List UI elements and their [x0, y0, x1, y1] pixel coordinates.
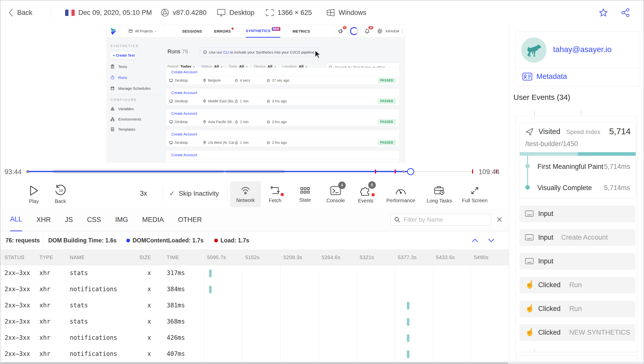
filter-input[interactable]: [390, 214, 491, 225]
tab-errors[interactable]: ERRORS: [214, 25, 234, 37]
timeline-connector: [534, 111, 535, 116]
tab-js[interactable]: JS: [65, 208, 73, 231]
table-row[interactable]: 2xx–3xxxhrstatsx381ms: [1, 298, 509, 314]
tab-other[interactable]: OTHER: [178, 208, 202, 231]
run-title-link[interactable]: Create Account: [171, 90, 197, 95]
panel-button-events[interactable]: 6 Events: [351, 182, 381, 207]
more-menu[interactable]: ⋮: [399, 25, 405, 37]
event-card-input[interactable]: Input: [519, 206, 635, 222]
visited-event-card[interactable]: Visited Speed Index 5,714 /test-builder/…: [519, 123, 636, 198]
table-row[interactable]: 2xx–3xxxhrnotificationsx407ms: [1, 346, 509, 362]
run-row[interactable]: Create Account Desktop Middle East (Ba..…: [166, 88, 399, 105]
tab-img[interactable]: IMG: [115, 208, 128, 231]
device-info: Desktop: [217, 1, 254, 25]
sidebar-item-environments[interactable]: Environments: [110, 117, 141, 121]
status-badge: PASSED: [378, 119, 396, 125]
skip-inactivity-toggle[interactable]: ✓ Skip Inactivity: [169, 190, 219, 197]
sitemap-icon: [110, 117, 115, 121]
user-menu[interactable]: KRAIEM: [386, 25, 399, 37]
tmark: [375, 169, 376, 174]
metadata-button[interactable]: Metadata: [522, 72, 567, 81]
event-card-clicked[interactable]: ☝ Clicked Run: [519, 277, 635, 293]
time-tick: 5433.6s: [436, 255, 455, 260]
panel-button-long-tasks[interactable]: Long Tasks: [424, 182, 455, 207]
col-type: TYPE: [39, 255, 53, 260]
share-button[interactable]: [621, 1, 630, 25]
run-row[interactable]: Create Account Desktop Asia Pacific (M..…: [166, 109, 399, 126]
run-title-link[interactable]: Create Account: [171, 70, 197, 74]
rewind-10-icon: 10: [54, 185, 66, 196]
panel-button-performance[interactable]: Performance: [386, 182, 416, 207]
tab-metrics[interactable]: METRICS: [292, 25, 310, 37]
event-card-input[interactable]: Input: [519, 253, 635, 270]
event-card-clicked[interactable]: ☝ Clicked NEW SYNTHETICS: [519, 324, 635, 341]
create-test-button[interactable]: + Create Test: [110, 52, 137, 59]
panel-button-network[interactable]: Network: [230, 182, 261, 207]
table-row[interactable]: 2xx–3xxxhrnotificationsx426ms: [1, 330, 509, 346]
jump-up-button[interactable]: [471, 237, 479, 244]
sidebar-item-templates[interactable]: Templates: [110, 127, 135, 131]
os-label: Windows: [339, 9, 366, 17]
table-row[interactable]: 2xx–3xxxhrnotificationsx384ms: [1, 281, 509, 298]
cli-banner: Use our CLI to include your Synthetics i…: [200, 47, 319, 57]
timeline-handle[interactable]: [407, 168, 414, 175]
network-stats-row: 76: requests DOM Building Time: 1.6s DOM…: [1, 231, 509, 250]
panel-button-fetch[interactable]: Fetch: [260, 182, 290, 207]
sidebar-item-runs[interactable]: Runs: [110, 75, 127, 80]
user-email-link[interactable]: tahay@asayer.io: [553, 45, 611, 54]
sidebar-item-variables[interactable]: Variables: [110, 107, 134, 111]
event-card-clicked[interactable]: ☝ Clicked Run: [519, 301, 635, 317]
tab-synthetics[interactable]: SYNTHETICSNEW: [246, 25, 280, 38]
back-10-button[interactable]: 10 Back: [45, 182, 76, 207]
announcements-button[interactable]: 1: [334, 25, 348, 37]
scrollbar-thumb[interactable]: [1, 362, 508, 364]
play-button[interactable]: Play: [19, 182, 49, 207]
timeline-start-label: 93:44: [5, 168, 22, 176]
tab-media[interactable]: MEDIA: [142, 208, 164, 231]
file-code-icon: [110, 127, 115, 131]
time-tick: 5095.7s: [207, 255, 226, 260]
requests-count: 76: requests: [6, 231, 40, 249]
tab-css[interactable]: CSS: [87, 208, 101, 231]
tmark: [472, 169, 473, 174]
settings-button[interactable]: [374, 25, 386, 37]
jump-down-button[interactable]: [487, 237, 496, 244]
session-date: Dec 09, 2020, 05:10 PM: [65, 1, 152, 25]
close-panel-button[interactable]: ✕: [496, 215, 503, 224]
red-dot-icon: [214, 239, 218, 242]
favorite-button[interactable]: [599, 1, 608, 25]
monitor-icon: [169, 79, 173, 82]
status-badge: PASSED: [378, 98, 396, 104]
panel-button-state[interactable]: State: [290, 182, 320, 207]
cubes-icon: [110, 107, 115, 111]
run-row[interactable]: Create Account Desktop Belgium 4 secs 27…: [166, 68, 399, 84]
run-title-link[interactable]: Create Account: [171, 111, 197, 116]
event-card-input[interactable]: Input Create Account: [519, 229, 635, 246]
table-row[interactable]: 2xx–3xxxhrstatsx368ms: [1, 314, 509, 330]
run-title-link[interactable]: Create Account: [171, 153, 197, 157]
sidebar-item-manage-schedules[interactable]: Manage Schedules: [110, 86, 151, 90]
star-icon: [599, 8, 608, 17]
tab-sessions[interactable]: SESSIONS: [182, 25, 202, 37]
metric-name: Visually Complete: [537, 184, 592, 192]
notifications-button[interactable]: 33: [360, 25, 374, 37]
horizontal-scrollbar[interactable]: [1, 362, 643, 364]
run-title-link[interactable]: Create Account: [171, 132, 197, 136]
sidebar-item-tests[interactable]: Tests: [110, 64, 127, 69]
metric-connector-line: [527, 156, 528, 188]
divider: [516, 68, 640, 68]
project-selector[interactable]: All Projects ▾: [121, 25, 164, 37]
timeline-track[interactable]: [28, 163, 475, 180]
table-row[interactable]: 2xx–3xxxhrstatsx317ms: [1, 265, 509, 281]
cli-link[interactable]: CLI: [223, 50, 229, 54]
timeline-connector: [581, 111, 581, 116]
tab-all[interactable]: ALL: [10, 208, 22, 232]
back-button[interactable]: Back: [8, 1, 32, 25]
panel-button-console[interactable]: 4 Console: [320, 182, 351, 207]
run-row[interactable]: Create Account Desktop US West (N. Cal..…: [166, 130, 399, 147]
speed-toggle[interactable]: 3x: [140, 190, 147, 197]
country-flag-icon: [65, 10, 75, 16]
run-row[interactable]: Create Account: [166, 151, 399, 162]
tab-xhr[interactable]: XHR: [36, 208, 51, 231]
panel-button-full-screen[interactable]: Full Screen: [460, 182, 490, 207]
